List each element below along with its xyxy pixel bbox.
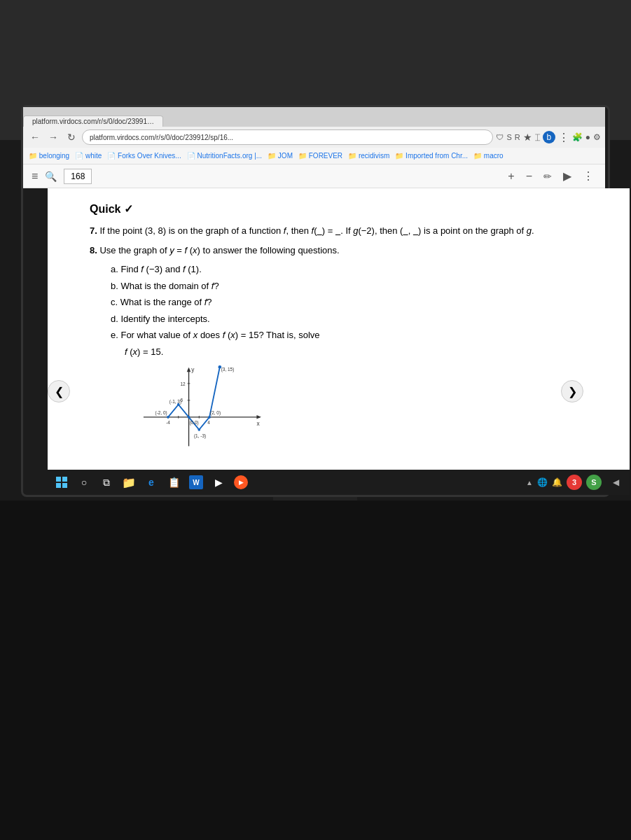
puzzle-icon[interactable]: 🧩 <box>572 132 583 142</box>
problem-8-number: 8. <box>90 245 97 255</box>
wifi-icon: ● <box>585 132 590 142</box>
profile-icon[interactable]: b <box>543 131 555 144</box>
explorer-button[interactable]: 📁 <box>119 472 139 492</box>
play-button[interactable]: ▶ <box>560 168 574 184</box>
system-tray: ▲ 🌐 🔔 3 S ◀ <box>526 472 625 492</box>
bottom-area <box>0 500 631 840</box>
browser-chrome: platform.virdocs.com/r/s/0/doc/239912/sp… <box>23 107 605 165</box>
svg-point-24 <box>188 416 190 419</box>
bookmark-jom[interactable]: 📁 JOM <box>268 152 293 160</box>
annotation-button[interactable]: ✏ <box>541 169 555 183</box>
bookmark-white[interactable]: 📄 white <box>75 152 102 160</box>
problem-7: 7. If the point (3, 8) is on the graph o… <box>90 224 588 238</box>
svg-point-20 <box>167 416 169 419</box>
bookmark-forks[interactable]: 📄 Forks Over Knives... <box>107 152 181 160</box>
doc-controls: + − ✏ ▶ ⋮ <box>505 168 597 184</box>
svg-text:y: y <box>191 366 195 373</box>
browser-tabs: platform.virdocs.com/r/s/0/doc/239912/sp… <box>23 107 605 127</box>
browser-toolbar: ← → ↻ 🛡 S R ★ ⌶ b ⋮ 🧩 ● ⚙ <box>23 127 605 148</box>
settings-icon[interactable]: ⚙ <box>593 132 601 142</box>
browser-toolbar-icons: 🛡 S R ★ ⌶ b ⋮ 🧩 ● ⚙ <box>496 131 601 144</box>
svg-text:(3, 15): (3, 15) <box>221 367 235 372</box>
forward-button[interactable]: → <box>46 130 61 145</box>
active-tab[interactable]: platform.virdocs.com/r/s/0/doc/239912/sp… <box>23 115 163 127</box>
more-options-button[interactable]: ⋮ <box>580 168 597 184</box>
svg-text:4: 4 <box>207 420 210 425</box>
more-menu-icon[interactable]: ⋮ <box>558 131 569 144</box>
svg-marker-3 <box>256 415 261 419</box>
function-graph: x y -4 4 12 6 <box>132 365 272 449</box>
r-icon: R <box>515 133 520 141</box>
start-button[interactable] <box>52 472 71 492</box>
svg-marker-2 <box>187 368 191 372</box>
bookmark-macro[interactable]: 📁 macro <box>473 152 504 160</box>
svg-rect-30 <box>56 483 61 488</box>
problem-8: 8. Use the graph of y = f (x) to answer … <box>90 244 588 258</box>
app-icon-1[interactable]: W <box>186 472 206 492</box>
quick-check-label: Quick ✓ <box>90 202 133 216</box>
svg-text:(1, -3): (1, -3) <box>194 433 206 439</box>
svg-rect-29 <box>62 477 67 482</box>
svg-rect-28 <box>56 477 61 482</box>
zoom-out-button[interactable]: − <box>523 169 535 184</box>
graph-container: x y -4 4 12 6 <box>132 365 272 449</box>
sub-problem-b: b. What is the domain of f? <box>111 279 588 293</box>
svg-text:(-2, 0): (-2, 0) <box>155 410 167 416</box>
bookmark-imported[interactable]: 📁 Imported from Chr... <box>395 152 468 160</box>
page-number-input[interactable] <box>64 169 92 184</box>
svg-text:(2, 0): (2, 0) <box>210 410 221 416</box>
zoom-in-button[interactable]: + <box>505 169 517 184</box>
s-icon: S <box>506 133 511 141</box>
sub-problem-a: a. Find f (−3) and f (1). <box>111 262 588 276</box>
sub-problem-e: e. For what value of x does f (x) = 15? … <box>111 328 588 342</box>
bookmark-belonging[interactable]: 📁 belonging <box>29 152 69 160</box>
svg-text:12: 12 <box>181 382 186 386</box>
sub-problem-c: c. What is the range of f? <box>111 295 588 309</box>
svg-text:x: x <box>256 420 260 427</box>
doc-viewer-toolbar: ≡ 🔍 + − ✏ ▶ ⋮ <box>23 164 605 188</box>
bookmark-recidivism[interactable]: 📁 recidivism <box>348 152 389 160</box>
tray-icon-2: 🌐 <box>537 477 548 487</box>
sub-problem-e-equation: f (x) = 15. <box>125 345 588 359</box>
bookmark-forever[interactable]: 📁 FOREVER <box>298 152 342 160</box>
svg-text:(-1, 3): (-1, 3) <box>169 399 181 405</box>
badge-3[interactable]: 3 <box>567 475 582 490</box>
shield-icon: 🛡 <box>496 133 504 141</box>
back-button[interactable]: ← <box>27 130 43 145</box>
doc-search-icon[interactable]: 🔍 <box>45 171 57 182</box>
svg-text:-4: -4 <box>166 420 170 425</box>
bookmarks-bar: 📁 belonging 📄 white 📄 Forks Over Knives.… <box>23 148 605 164</box>
notes-taskbar-icon[interactable]: 📋 <box>164 472 183 492</box>
tray-icon-1: ▲ <box>526 479 533 486</box>
browser-taskbar-icon[interactable]: e <box>141 472 161 492</box>
bookmark-star-icon[interactable]: ★ <box>523 132 532 143</box>
nav-arrow-left[interactable]: ❮ <box>48 380 70 402</box>
app-icon-2[interactable]: ▶ <box>209 472 228 492</box>
address-bar[interactable] <box>82 130 493 145</box>
menu-icon[interactable]: ≡ <box>32 170 38 183</box>
sub-problem-d: d. Identify the intercepts. <box>111 312 588 326</box>
quick-check-title: Quick ✓ <box>90 202 588 216</box>
svg-text:(0,0): (0,0) <box>189 420 198 426</box>
svg-point-22 <box>208 416 211 419</box>
refresh-button[interactable]: ↻ <box>64 130 79 145</box>
problem-7-number: 7. <box>90 225 97 236</box>
monitor-bezel: platform.virdocs.com/r/s/0/doc/239912/sp… <box>21 105 610 497</box>
extensions-icon[interactable]: ⌶ <box>535 132 540 142</box>
task-view-button[interactable]: ⧉ <box>97 472 116 492</box>
svg-rect-31 <box>62 483 67 488</box>
taskbar: ○ ⧉ 📁 e 📋 W ▶ ▶ ▲ 🌐 🔔 3 S ◀ <box>48 470 630 495</box>
app-icon-3[interactable]: ▶ <box>231 472 251 492</box>
badge-s[interactable]: S <box>586 475 602 490</box>
search-taskbar-button[interactable]: ○ <box>74 472 94 492</box>
svg-point-26 <box>197 428 200 431</box>
back-arrow-taskbar[interactable]: ◀ <box>606 472 625 492</box>
tray-icon-3: 🔔 <box>552 477 562 487</box>
bookmark-nutrition[interactable]: 📄 NutritionFacts.org |... <box>187 152 262 160</box>
nav-arrow-right[interactable]: ❯ <box>561 380 583 402</box>
document-content: Quick ✓ 7. If the point (3, 8) is on the… <box>48 188 630 489</box>
